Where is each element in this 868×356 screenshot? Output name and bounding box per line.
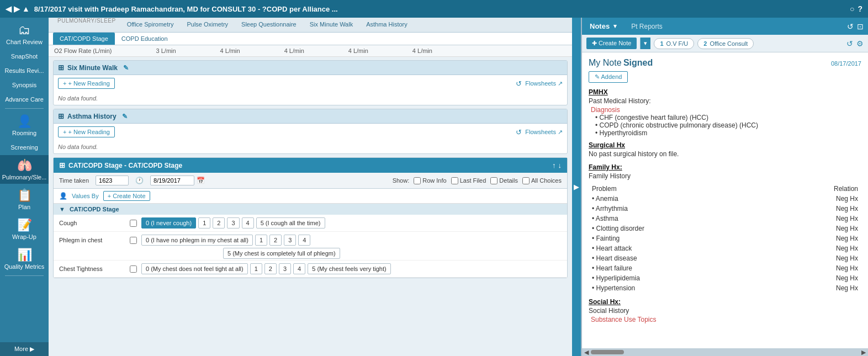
help-icon[interactable]: ? [858,4,862,13]
chest-option-3[interactable]: 3 [279,263,291,274]
plan-icon: 📋 [17,188,32,203]
chest-option-4[interactable]: 4 [293,263,305,274]
family-heart-disease-problem: • Heart disease [590,254,815,263]
asthma-history-edit-icon[interactable]: ✎ [122,113,128,120]
six-minute-walk-actions: + + New Reading ↺ Flowsheets ↗ [54,75,567,92]
sidebar-item-rooming[interactable]: 👤 Rooming [0,111,49,140]
sub-tab-copd-education[interactable]: COPD Education [115,33,174,45]
copd-up-arrow[interactable]: ↑ [552,161,556,169]
sidebar-item-snapshot[interactable]: SnapShot [0,50,49,63]
show-details[interactable]: Details [490,177,518,184]
expand-icon-notes[interactable]: ⊡ [857,22,864,31]
note-pill-1[interactable]: 1 O.V F/U [654,38,694,49]
six-minute-walk-section: ⊞ Six Minute Walk ✎ + + New Reading ↺ Fl… [53,60,568,105]
ah-refresh-icon[interactable]: ↺ [516,128,522,136]
tab-sleep-questionnaire[interactable]: Sleep Questionnaire [235,18,303,32]
ah-flowsheets-link[interactable]: Flowsheets ↗ [525,129,563,136]
collapse-arrow[interactable]: ▼ [59,206,65,212]
sub-tab-cat-copd[interactable]: CAT/COPD Stage [53,33,115,45]
row-info-checkbox[interactable] [414,177,421,184]
scroll-left-icon[interactable]: ◀ [584,349,589,356]
scroll-right-icon[interactable]: ▶ [861,349,866,356]
notes-refresh-icon[interactable]: ↺ [846,39,853,48]
date-input[interactable] [150,176,194,185]
pmhx-bullet-2: • COPD (chronic obstructive pulmonary di… [595,121,861,129]
cough-option-4[interactable]: 4 [242,217,254,229]
cough-option-0[interactable]: 0 (I never cough) [141,217,196,229]
sidebar-item-screening[interactable]: Screening [0,141,49,154]
cough-checkbox[interactable] [130,220,137,227]
forward-arrow[interactable]: ▶ [14,4,20,13]
show-last-filed[interactable]: Last Filed [451,177,486,184]
cat-subsection-header[interactable]: ▼ CAT/COPD Stage [54,204,567,215]
details-checkbox[interactable] [490,177,497,184]
create-note-main-button[interactable]: ✚ Create Note [586,38,637,49]
sidebar-label-synopsis: Synopsis [12,82,37,88]
sub-tab-bar: CAT/COPD Stage COPD Education [49,33,572,45]
chest-option-5[interactable]: 5 (My chest feels very tight) [308,263,391,274]
cough-option-1[interactable]: 1 [198,217,210,229]
notes-horizontal-scrollbar[interactable]: ◀ ▶ [582,348,868,356]
sidebar-item-chart-review[interactable]: 🗂 Chart Review [0,20,49,49]
my-note-label: My Note [589,58,622,67]
refresh-icon-notes[interactable]: ↺ [847,22,854,31]
phlegm-option-5[interactable]: 5 (My chest is completely full of phlegm… [223,248,340,259]
tab-asthma-history[interactable]: Asthma History [359,18,414,32]
sidebar-item-results[interactable]: Results Revi... [0,64,49,77]
expand-handle[interactable]: ▶ [572,18,581,356]
note-pill-2[interactable]: 2 Office Consult [697,38,754,49]
calendar-icon[interactable]: 📅 [197,177,205,184]
all-choices-checkbox[interactable] [522,177,530,184]
col3: 4 L/min [284,47,304,54]
pt-reports-tab[interactable]: Pt Reports [624,18,669,35]
phlegm-option-2[interactable]: 2 [269,235,282,246]
notes-settings-icon[interactable]: ⚙ [856,39,864,48]
scroll-thumb[interactable] [591,350,624,354]
six-minute-walk-edit-icon[interactable]: ✎ [123,64,129,72]
chest-tightness-checkbox[interactable] [130,265,137,273]
phlegm-option-4[interactable]: 4 [298,235,310,246]
phlegm-option-3[interactable]: 3 [284,235,296,246]
sidebar-item-pulmonary[interactable]: 🫁 Pulmonary/Sle... [0,155,49,184]
tab-six-minute-walk[interactable]: Six Minute Walk [303,18,359,32]
show-all-choices[interactable]: All Choices [522,177,562,184]
tab-office-spirometry[interactable]: Office Spirometry [120,18,181,32]
sidebar-item-advance-care[interactable]: Advance Care [0,93,49,106]
last-filed-checkbox[interactable] [451,177,458,184]
phlegm-option-0[interactable]: 0 (I have no phlegm in my chest at all) [141,235,253,246]
smw-flowsheets-link[interactable]: Flowsheets ↗ [525,80,563,87]
sidebar-divider [5,108,44,109]
notes-tab[interactable]: Notes ▾ [582,18,624,35]
addend-button[interactable]: ✎ Addend [589,71,628,83]
cough-option-3[interactable]: 3 [227,217,239,229]
table-icon-2: ⊞ [58,112,64,120]
cough-option-2[interactable]: 2 [213,217,225,229]
six-minute-walk-new-reading-button[interactable]: + + New Reading [58,78,115,89]
chest-option-2[interactable]: 2 [264,263,277,274]
create-note-dropdown[interactable]: ▾ [640,38,650,49]
create-note-button[interactable]: + Create Note [103,191,150,201]
copd-down-arrow[interactable]: ↓ [558,161,562,169]
circle-icon[interactable]: ○ [850,4,854,13]
sidebar-more[interactable]: More ▶ [0,342,49,356]
asthma-history-new-reading-button[interactable]: + + New Reading [58,126,115,137]
phlegm-option-1[interactable]: 1 [255,235,267,246]
up-arrow[interactable]: ▲ [22,4,30,13]
time-taken-input[interactable] [96,176,129,185]
show-row-info[interactable]: Row Info [414,177,446,184]
sidebar-item-wrapup[interactable]: 📝 Wrap-Up [0,215,49,243]
notes-dropdown-arrow[interactable]: ▾ [613,23,617,30]
table-header: O2 Flow Rate (L/min) 3 L/min 4 L/min 4 L… [49,45,572,57]
sidebar-item-plan[interactable]: 📋 Plan [0,185,49,214]
values-by-link[interactable]: Values By [72,193,99,199]
tab-pulse-oximetry[interactable]: Pulse Oximetry [180,18,235,32]
sidebar-item-quality[interactable]: 📊 Quality Metrics [0,245,49,273]
phlegm-checkbox[interactable] [130,237,137,244]
chest-option-1[interactable]: 1 [250,263,262,274]
back-arrow[interactable]: ◀ [6,4,12,13]
sidebar-item-synopsis[interactable]: Synopsis [0,78,49,92]
chest-option-0[interactable]: 0 (My chest does not feel tight at all) [141,263,248,274]
cough-option-5[interactable]: 5 (I cough all the time) [256,217,325,229]
plus-icon-2: + [63,129,66,135]
smw-refresh-icon[interactable]: ↺ [516,79,522,88]
